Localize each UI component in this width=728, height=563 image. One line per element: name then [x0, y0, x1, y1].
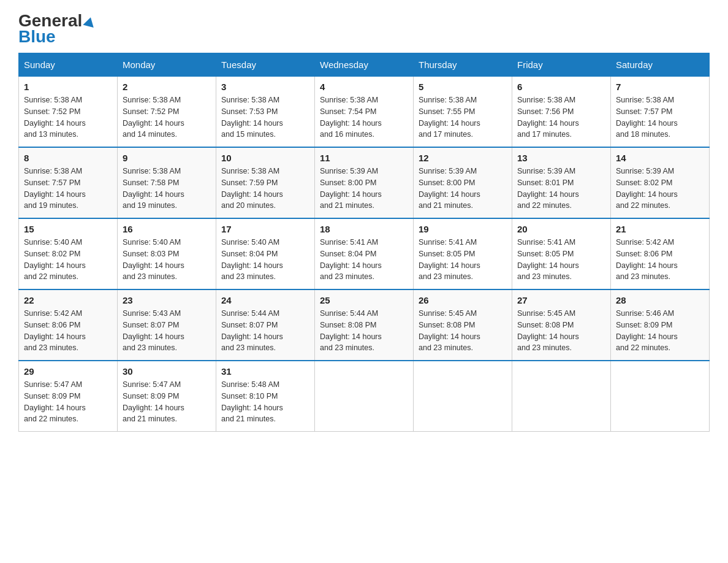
calendar-week-5: 29 Sunrise: 5:47 AM Sunset: 8:09 PM Dayl… [19, 361, 710, 432]
column-header-sunday: Sunday [19, 53, 118, 77]
calendar-cell: 28 Sunrise: 5:46 AM Sunset: 8:09 PM Dayl… [611, 289, 710, 361]
day-number: 21 [616, 224, 704, 234]
day-info: Sunrise: 5:46 AM Sunset: 8:09 PM Dayligh… [616, 309, 678, 352]
day-info: Sunrise: 5:41 AM Sunset: 8:04 PM Dayligh… [320, 238, 382, 281]
day-info: Sunrise: 5:41 AM Sunset: 8:05 PM Dayligh… [517, 238, 579, 281]
calendar-cell: 2 Sunrise: 5:38 AM Sunset: 7:52 PM Dayli… [118, 77, 216, 148]
calendar-cell: 11 Sunrise: 5:39 AM Sunset: 8:00 PM Dayl… [315, 147, 414, 218]
calendar-cell [315, 361, 414, 432]
day-number: 11 [320, 153, 408, 163]
column-header-wednesday: Wednesday [315, 53, 414, 77]
calendar-cell: 25 Sunrise: 5:44 AM Sunset: 8:08 PM Dayl… [315, 289, 414, 361]
column-header-tuesday: Tuesday [216, 53, 315, 77]
calendar-week-2: 8 Sunrise: 5:38 AM Sunset: 7:57 PM Dayli… [19, 147, 710, 218]
day-info: Sunrise: 5:44 AM Sunset: 8:07 PM Dayligh… [221, 309, 283, 352]
day-number: 1 [24, 82, 112, 92]
day-number: 24 [221, 295, 309, 305]
day-number: 23 [123, 295, 211, 305]
calendar-cell: 24 Sunrise: 5:44 AM Sunset: 8:07 PM Dayl… [216, 289, 315, 361]
day-info: Sunrise: 5:38 AM Sunset: 7:59 PM Dayligh… [221, 167, 283, 210]
day-info: Sunrise: 5:47 AM Sunset: 8:09 PM Dayligh… [123, 380, 184, 423]
day-info: Sunrise: 5:43 AM Sunset: 8:07 PM Dayligh… [123, 309, 184, 352]
calendar-week-4: 22 Sunrise: 5:42 AM Sunset: 8:06 PM Dayl… [19, 289, 710, 361]
calendar-cell [512, 361, 611, 432]
day-info: Sunrise: 5:47 AM Sunset: 8:09 PM Dayligh… [24, 380, 86, 423]
day-info: Sunrise: 5:44 AM Sunset: 8:08 PM Dayligh… [320, 309, 382, 352]
calendar-cell: 14 Sunrise: 5:39 AM Sunset: 8:02 PM Dayl… [611, 147, 710, 218]
calendar-week-1: 1 Sunrise: 5:38 AM Sunset: 7:52 PM Dayli… [19, 77, 710, 148]
calendar-cell: 8 Sunrise: 5:38 AM Sunset: 7:57 PM Dayli… [19, 147, 118, 218]
day-number: 18 [320, 224, 408, 234]
day-number: 13 [517, 153, 605, 163]
day-number: 12 [419, 153, 507, 163]
day-number: 29 [24, 366, 112, 377]
day-info: Sunrise: 5:38 AM Sunset: 7:52 PM Dayligh… [123, 96, 184, 139]
calendar-cell: 27 Sunrise: 5:45 AM Sunset: 8:08 PM Dayl… [512, 289, 611, 361]
day-info: Sunrise: 5:38 AM Sunset: 7:52 PM Dayligh… [24, 96, 86, 139]
day-info: Sunrise: 5:39 AM Sunset: 8:00 PM Dayligh… [419, 167, 480, 210]
calendar-cell: 23 Sunrise: 5:43 AM Sunset: 8:07 PM Dayl… [118, 289, 216, 361]
column-header-monday: Monday [118, 53, 216, 77]
calendar-cell: 13 Sunrise: 5:39 AM Sunset: 8:01 PM Dayl… [512, 147, 611, 218]
day-info: Sunrise: 5:48 AM Sunset: 8:10 PM Dayligh… [221, 380, 283, 423]
day-number: 8 [24, 153, 112, 163]
day-info: Sunrise: 5:38 AM Sunset: 7:58 PM Dayligh… [123, 167, 184, 210]
calendar-cell: 17 Sunrise: 5:40 AM Sunset: 8:04 PM Dayl… [216, 218, 315, 289]
day-info: Sunrise: 5:38 AM Sunset: 7:55 PM Dayligh… [419, 96, 480, 139]
calendar-cell: 30 Sunrise: 5:47 AM Sunset: 8:09 PM Dayl… [118, 361, 216, 432]
day-info: Sunrise: 5:45 AM Sunset: 8:08 PM Dayligh… [517, 309, 579, 352]
day-number: 14 [616, 153, 704, 163]
day-info: Sunrise: 5:38 AM Sunset: 7:57 PM Dayligh… [24, 167, 86, 210]
calendar-cell [611, 361, 710, 432]
day-info: Sunrise: 5:38 AM Sunset: 7:57 PM Dayligh… [616, 96, 678, 139]
day-number: 25 [320, 295, 408, 305]
calendar-cell: 26 Sunrise: 5:45 AM Sunset: 8:08 PM Dayl… [414, 289, 512, 361]
day-info: Sunrise: 5:38 AM Sunset: 7:56 PM Dayligh… [517, 96, 579, 139]
page-header: General Blue [18, 12, 710, 47]
day-info: Sunrise: 5:39 AM Sunset: 8:00 PM Dayligh… [320, 167, 382, 210]
logo-blue: Blue [18, 27, 56, 47]
calendar-cell: 4 Sunrise: 5:38 AM Sunset: 7:54 PM Dayli… [315, 77, 414, 148]
day-number: 31 [221, 366, 309, 377]
calendar-cell: 6 Sunrise: 5:38 AM Sunset: 7:56 PM Dayli… [512, 77, 611, 148]
calendar-cell: 20 Sunrise: 5:41 AM Sunset: 8:05 PM Dayl… [512, 218, 611, 289]
day-number: 22 [24, 295, 112, 305]
column-header-friday: Friday [512, 53, 611, 77]
column-header-saturday: Saturday [611, 53, 710, 77]
calendar-cell: 12 Sunrise: 5:39 AM Sunset: 8:00 PM Dayl… [414, 147, 512, 218]
day-number: 9 [123, 153, 211, 163]
day-number: 3 [221, 82, 309, 92]
day-info: Sunrise: 5:39 AM Sunset: 8:01 PM Dayligh… [517, 167, 579, 210]
day-info: Sunrise: 5:42 AM Sunset: 8:06 PM Dayligh… [616, 238, 678, 281]
day-number: 26 [419, 295, 507, 305]
day-info: Sunrise: 5:38 AM Sunset: 7:54 PM Dayligh… [320, 96, 382, 139]
day-info: Sunrise: 5:38 AM Sunset: 7:53 PM Dayligh… [221, 96, 283, 139]
day-number: 6 [517, 82, 605, 92]
day-number: 16 [123, 224, 211, 234]
day-number: 20 [517, 224, 605, 234]
day-info: Sunrise: 5:40 AM Sunset: 8:02 PM Dayligh… [24, 238, 86, 281]
day-number: 2 [123, 82, 211, 92]
day-number: 17 [221, 224, 309, 234]
calendar-table: SundayMondayTuesdayWednesdayThursdayFrid… [18, 53, 710, 432]
calendar-cell: 7 Sunrise: 5:38 AM Sunset: 7:57 PM Dayli… [611, 77, 710, 148]
calendar-cell: 10 Sunrise: 5:38 AM Sunset: 7:59 PM Dayl… [216, 147, 315, 218]
calendar-week-3: 15 Sunrise: 5:40 AM Sunset: 8:02 PM Dayl… [19, 218, 710, 289]
day-number: 10 [221, 153, 309, 163]
calendar-cell: 21 Sunrise: 5:42 AM Sunset: 8:06 PM Dayl… [611, 218, 710, 289]
calendar-header-row: SundayMondayTuesdayWednesdayThursdayFrid… [19, 53, 710, 77]
day-number: 30 [123, 366, 211, 377]
calendar-cell: 5 Sunrise: 5:38 AM Sunset: 7:55 PM Dayli… [414, 77, 512, 148]
day-number: 27 [517, 295, 605, 305]
calendar-cell: 22 Sunrise: 5:42 AM Sunset: 8:06 PM Dayl… [19, 289, 118, 361]
day-info: Sunrise: 5:41 AM Sunset: 8:05 PM Dayligh… [419, 238, 480, 281]
calendar-cell: 3 Sunrise: 5:38 AM Sunset: 7:53 PM Dayli… [216, 77, 315, 148]
day-number: 4 [320, 82, 408, 92]
day-info: Sunrise: 5:45 AM Sunset: 8:08 PM Dayligh… [419, 309, 480, 352]
calendar-cell: 9 Sunrise: 5:38 AM Sunset: 7:58 PM Dayli… [118, 147, 216, 218]
calendar-cell: 16 Sunrise: 5:40 AM Sunset: 8:03 PM Dayl… [118, 218, 216, 289]
day-number: 19 [419, 224, 507, 234]
logo: General Blue [18, 12, 95, 47]
calendar-cell: 15 Sunrise: 5:40 AM Sunset: 8:02 PM Dayl… [19, 218, 118, 289]
calendar-cell: 31 Sunrise: 5:48 AM Sunset: 8:10 PM Dayl… [216, 361, 315, 432]
